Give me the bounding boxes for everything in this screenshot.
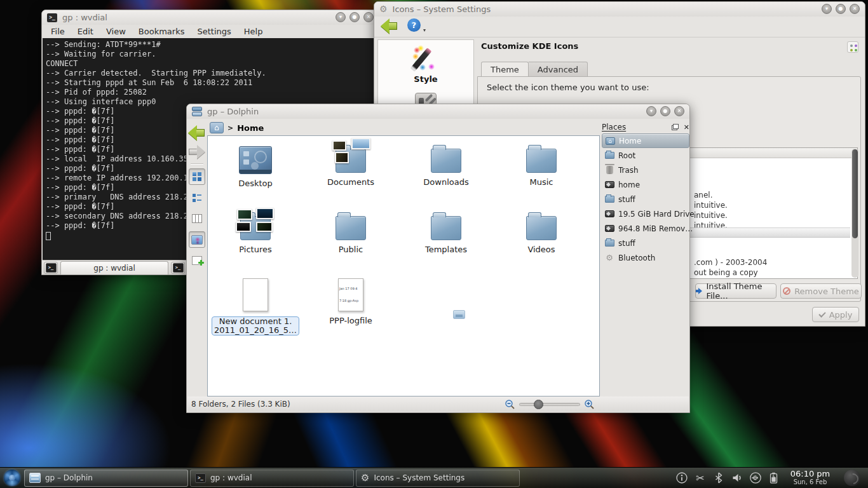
sidebar-item-style[interactable]: Style xyxy=(378,40,473,84)
zoom-out-icon[interactable] xyxy=(505,399,515,410)
terminal-cursor xyxy=(46,232,51,240)
folder-icon xyxy=(605,152,614,159)
places-item-removable[interactable]: 964.8 MiB Remov… xyxy=(602,221,689,236)
preview-toggle-button[interactable] xyxy=(189,231,205,248)
undock-icon[interactable] xyxy=(672,124,679,130)
back-button[interactable] xyxy=(188,125,206,140)
minimize-button[interactable]: ▾ xyxy=(336,12,346,22)
theme-list-scrollbar[interactable] xyxy=(851,149,858,278)
menu-edit[interactable]: Edit xyxy=(78,27,93,36)
back-button[interactable] xyxy=(381,18,398,34)
icons-view-button[interactable] xyxy=(189,168,205,185)
minimize-button[interactable]: ▾ xyxy=(822,4,832,14)
places-panel: Places ✕ ⌂ Home Root Trash home stuff 19… xyxy=(602,121,689,412)
theme-description-fragment: intuitive. xyxy=(694,211,728,220)
details-view-button[interactable] xyxy=(189,189,205,206)
close-button[interactable]: ✕ xyxy=(674,106,684,116)
zoom-slider-handle[interactable] xyxy=(534,400,543,409)
volume-icon[interactable] xyxy=(731,471,743,484)
places-item-stuff2[interactable]: stuff xyxy=(602,236,689,250)
task-dolphin[interactable]: gp – Dolphin xyxy=(24,470,188,487)
menu-view[interactable]: View xyxy=(106,27,126,36)
panel-toolbox-icon[interactable] xyxy=(844,470,860,486)
task-wvdial[interactable]: >_ gp : wvdial xyxy=(190,470,354,487)
chevron-down-icon[interactable]: ▾ xyxy=(423,27,426,33)
folder-label: Music xyxy=(530,178,553,187)
close-button[interactable]: ✕ xyxy=(363,12,374,22)
columns-view-button[interactable] xyxy=(189,210,205,227)
breadcrumb-home[interactable]: Home xyxy=(237,123,264,133)
dolphin-window[interactable]: gp – Dolphin ▾ ● ✕ ⌂ > Home Desktop xyxy=(186,104,690,413)
maximize-button[interactable]: ● xyxy=(836,4,846,14)
tab-list-button[interactable]: >_ xyxy=(171,262,185,274)
help-button[interactable]: ? xyxy=(407,18,421,32)
folder-item[interactable]: Videos xyxy=(494,210,589,277)
places-item-bluetooth[interactable]: ⚙ Bluetooth xyxy=(602,250,689,265)
thumbnail xyxy=(237,209,252,220)
menu-file[interactable]: File xyxy=(51,27,65,36)
thumbnail xyxy=(236,222,251,232)
digital-clock[interactable]: 06:10 pm Sun, 6 Feb xyxy=(786,470,834,486)
folder-view[interactable]: Desktop Documents Downloads Music xyxy=(207,135,600,396)
menu-settings[interactable]: Settings xyxy=(197,27,231,36)
tab-theme[interactable]: Theme xyxy=(481,62,529,77)
dolphin-statusbar: 8 Folders, 2 Files (3.3 KiB) xyxy=(187,396,689,412)
close-panel-icon[interactable]: ✕ xyxy=(684,123,689,132)
terminal-line: CONNECT xyxy=(46,59,378,69)
folder-item[interactable]: Public xyxy=(303,210,398,277)
remove-theme-button[interactable]: Remove Theme xyxy=(780,283,862,299)
dolphin-window-title: gp – Dolphin xyxy=(207,107,259,116)
forward-button[interactable] xyxy=(189,145,205,159)
folder-item[interactable]: Desktop xyxy=(208,142,303,210)
places-label: stuff xyxy=(618,195,635,204)
install-theme-button[interactable]: Install Theme File... xyxy=(695,283,776,299)
places-item-hard-drive[interactable]: 19.5 GiB Hard Drive xyxy=(602,207,689,221)
split-view-button[interactable] xyxy=(189,252,205,269)
folder-label: Templates xyxy=(425,245,467,254)
folder-item[interactable]: Templates xyxy=(398,210,494,277)
folder-item[interactable]: Music xyxy=(494,142,589,210)
task-label: gp – Dolphin xyxy=(45,473,93,482)
device-notifier-icon[interactable] xyxy=(749,471,762,484)
file-item-selected[interactable]: New document 1. 2011_01_20_16_5… xyxy=(208,277,303,344)
system-settings-window-title: Icons – System Settings xyxy=(393,4,491,14)
klipper-icon[interactable]: ✂ xyxy=(694,471,707,484)
new-tab-button[interactable]: >_ xyxy=(44,262,58,274)
battery-icon[interactable] xyxy=(768,471,780,484)
close-button[interactable]: ✕ xyxy=(850,4,860,14)
folder-icon xyxy=(605,240,614,247)
system-settings-titlebar[interactable]: ⚙ Icons – System Settings ▾ ● ✕ xyxy=(374,2,865,17)
breadcrumb: ⌂ > Home xyxy=(207,121,599,135)
terminal-tab[interactable]: gp : wvdial xyxy=(60,261,168,274)
maximize-button[interactable]: ● xyxy=(660,106,670,116)
terminal-icon: >_ xyxy=(173,263,184,273)
places-item-stuff[interactable]: stuff xyxy=(602,192,689,207)
forward-arrow-icon xyxy=(197,145,205,159)
zoom-in-icon[interactable] xyxy=(584,399,595,410)
drive-icon xyxy=(605,210,614,217)
places-item-home-partition[interactable]: home xyxy=(602,177,689,192)
places-item-root[interactable]: Root xyxy=(602,148,689,163)
folder-item[interactable]: Documents xyxy=(303,142,398,210)
home-icon[interactable]: ⌂ xyxy=(210,122,224,133)
task-system-settings[interactable]: ⚙ Icons – System Settings xyxy=(356,470,520,487)
terminal-titlebar[interactable]: >_ gp : wvdial ▾ ● ✕ xyxy=(42,10,379,25)
places-item-home[interactable]: ⌂ Home xyxy=(602,133,689,148)
notifications-icon[interactable] xyxy=(675,471,688,484)
folder-item[interactable]: Pictures xyxy=(208,210,303,277)
file-item[interactable]: Jan 17 09:4 7:18 gp-Asp ire-5738 pp pd[1… xyxy=(303,277,398,344)
zoom-slider[interactable] xyxy=(519,403,580,406)
menu-help[interactable]: Help xyxy=(244,27,263,36)
dolphin-titlebar[interactable]: gp – Dolphin ▾ ● ✕ xyxy=(187,104,689,119)
folder-item[interactable]: Downloads xyxy=(398,142,494,210)
bluetooth-icon[interactable] xyxy=(712,471,725,484)
tab-advanced[interactable]: Advanced xyxy=(529,62,588,77)
app-launcher-button[interactable] xyxy=(0,468,24,488)
minimize-button[interactable]: ▾ xyxy=(646,106,656,116)
apply-button[interactable]: Apply xyxy=(812,307,859,322)
maximize-button[interactable]: ● xyxy=(349,12,360,22)
file-manager-icon xyxy=(192,107,202,116)
menu-bookmarks[interactable]: Bookmarks xyxy=(139,27,185,36)
places-item-trash[interactable]: Trash xyxy=(602,163,689,177)
scrollbar-thumb[interactable] xyxy=(852,149,858,238)
